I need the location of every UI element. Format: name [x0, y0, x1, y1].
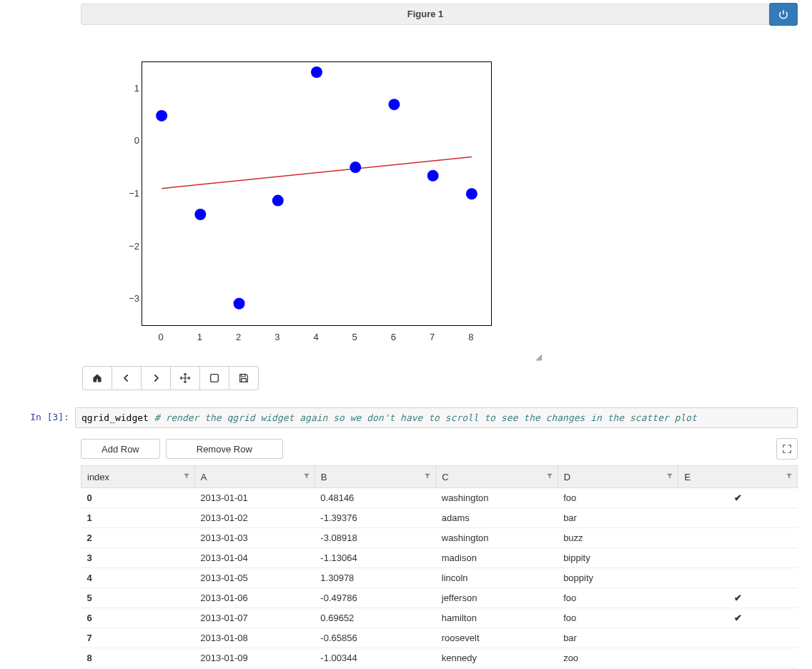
cell-index[interactable]: 8: [81, 648, 195, 668]
cell-index[interactable]: 2: [81, 528, 195, 548]
cell-C[interactable]: washington: [436, 488, 558, 508]
cell-A[interactable]: 2013-01-01: [194, 488, 315, 508]
x-tick: 6: [391, 332, 396, 342]
cell-A[interactable]: 2013-01-08: [194, 628, 315, 648]
table-row[interactable]: 62013-01-070.69652hamiltonfoo✔: [81, 608, 798, 628]
x-tick: 0: [158, 332, 163, 342]
zoom-button[interactable]: [199, 366, 229, 390]
cell-E[interactable]: ✔: [678, 608, 798, 628]
x-tick: 4: [313, 332, 318, 342]
cell-index[interactable]: 3: [81, 548, 195, 568]
cell-D[interactable]: boppity: [558, 568, 678, 588]
table-row[interactable]: 32013-01-04-1.13064madisonbippity: [81, 548, 798, 568]
filter-icon[interactable]: [424, 471, 431, 482]
filter-icon[interactable]: [303, 471, 310, 482]
cell-E[interactable]: [678, 648, 798, 668]
column-header-E[interactable]: E: [678, 466, 798, 488]
cell-A[interactable]: 2013-01-06: [194, 588, 315, 608]
cell-index[interactable]: 0: [81, 488, 195, 508]
cell-D[interactable]: buzz: [558, 528, 678, 548]
back-button[interactable]: [112, 366, 142, 390]
cell-E[interactable]: ✔: [678, 588, 798, 608]
cell-index[interactable]: 5: [81, 588, 195, 608]
cell-D[interactable]: zoo: [558, 648, 678, 668]
table-row[interactable]: 72013-01-08-0.65856rooseveltbar: [81, 628, 798, 648]
cell-B[interactable]: -3.08918: [315, 528, 435, 548]
fullscreen-button[interactable]: [776, 438, 798, 460]
table-row[interactable]: 22013-01-03-3.08918washingtonbuzz: [81, 528, 798, 548]
prompt-label: In [3]:: [0, 407, 75, 428]
cell-index[interactable]: 1: [81, 508, 195, 528]
cell-B[interactable]: -1.39376: [315, 508, 435, 528]
power-button[interactable]: [769, 3, 798, 26]
cell-E[interactable]: [678, 548, 798, 568]
cell-index[interactable]: 4: [81, 568, 195, 588]
table-row[interactable]: 52013-01-06-0.49786jeffersonfoo✔: [81, 588, 798, 608]
column-header-B[interactable]: B: [315, 466, 435, 488]
svg-point-3: [234, 298, 245, 309]
resize-handle[interactable]: ◢: [535, 352, 542, 362]
cell-B[interactable]: -0.65856: [315, 628, 435, 648]
cell-D[interactable]: bar: [558, 628, 678, 648]
code-input[interactable]: qgrid_widget # render the qgrid widget a…: [75, 407, 798, 428]
remove-row-button[interactable]: Remove Row: [166, 439, 283, 459]
cell-B[interactable]: 1.30978: [315, 568, 435, 588]
pan-button[interactable]: [170, 366, 200, 390]
cell-C[interactable]: adams: [436, 508, 558, 528]
svg-point-1: [156, 110, 167, 122]
filter-icon[interactable]: [666, 471, 673, 482]
cell-E[interactable]: [678, 568, 798, 588]
column-header-C[interactable]: C: [436, 466, 558, 488]
cell-B[interactable]: -1.00344: [315, 648, 435, 668]
cell-D[interactable]: foo: [558, 488, 678, 508]
cell-D[interactable]: foo: [558, 588, 678, 608]
table-row[interactable]: 12013-01-02-1.39376adamsbar: [81, 508, 798, 528]
cell-A[interactable]: 2013-01-09: [194, 648, 315, 668]
save-button[interactable]: [229, 366, 259, 390]
cell-A[interactable]: 2013-01-03: [194, 528, 315, 548]
column-header-A[interactable]: A: [194, 466, 315, 488]
cell-E[interactable]: [678, 628, 798, 648]
column-header-index[interactable]: index: [81, 466, 195, 488]
cell-A[interactable]: 2013-01-04: [194, 548, 315, 568]
x-tick: 8: [468, 332, 473, 342]
svg-point-6: [350, 162, 361, 173]
svg-line-0: [162, 157, 472, 188]
cell-index[interactable]: 7: [81, 628, 195, 648]
cell-E[interactable]: [678, 508, 798, 528]
table-row[interactable]: 02013-01-010.48146washingtonfoo✔: [81, 488, 798, 508]
svg-point-7: [388, 99, 400, 110]
add-row-button[interactable]: Add Row: [81, 439, 160, 459]
cell-C[interactable]: madison: [436, 548, 558, 568]
cell-C[interactable]: lincoln: [436, 568, 558, 588]
column-header-D[interactable]: D: [558, 466, 678, 488]
filter-icon[interactable]: [183, 471, 190, 482]
cell-C[interactable]: kennedy: [436, 648, 558, 668]
cell-C[interactable]: roosevelt: [436, 628, 558, 648]
filter-icon[interactable]: [546, 471, 553, 482]
y-tick: −3: [129, 293, 139, 304]
cell-E[interactable]: ✔: [678, 488, 798, 508]
forward-button[interactable]: [141, 366, 171, 390]
table-row[interactable]: 42013-01-051.30978lincolnboppity: [81, 568, 798, 588]
cell-C[interactable]: jefferson: [436, 588, 558, 608]
cell-index[interactable]: 6: [81, 608, 195, 628]
cell-D[interactable]: bar: [558, 508, 678, 528]
data-grid[interactable]: indexABCDE 02013-01-010.48146washingtonf…: [81, 465, 798, 668]
cell-C[interactable]: washington: [436, 528, 558, 548]
table-row[interactable]: 82013-01-09-1.00344kennedyzoo: [81, 648, 798, 668]
cell-B[interactable]: 0.48146: [315, 488, 435, 508]
cell-A[interactable]: 2013-01-02: [194, 508, 315, 528]
cell-E[interactable]: [678, 528, 798, 548]
cell-B[interactable]: 0.69652: [315, 608, 435, 628]
scatter-plot[interactable]: −3−2−101 012345678 ◢: [81, 61, 538, 362]
cell-D[interactable]: bippity: [558, 548, 678, 568]
filter-icon[interactable]: [786, 471, 793, 482]
cell-B[interactable]: -0.49786: [315, 588, 435, 608]
cell-D[interactable]: foo: [558, 608, 678, 628]
cell-A[interactable]: 2013-01-05: [194, 568, 315, 588]
cell-B[interactable]: -1.13064: [315, 548, 435, 568]
home-button[interactable]: [82, 366, 112, 390]
cell-A[interactable]: 2013-01-07: [194, 608, 315, 628]
cell-C[interactable]: hamilton: [436, 608, 558, 628]
